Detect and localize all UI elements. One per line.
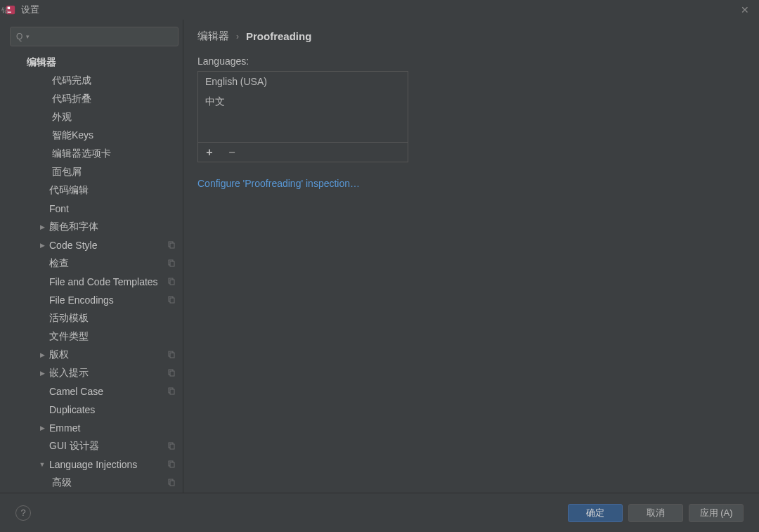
svg-rect-18: [170, 444, 174, 449]
tree-section-editor[interactable]: 编辑器: [10, 53, 183, 72]
tree-item-label: 编辑器选项卡: [52, 148, 176, 160]
window-title: 设置: [21, 4, 39, 16]
svg-rect-8: [170, 280, 174, 285]
tree-item-label: 智能Keys: [52, 129, 176, 142]
ok-button[interactable]: 确定: [568, 504, 623, 522]
tree-item[interactable]: ▶Emmet: [10, 419, 183, 437]
tree-item-label: Code Style: [49, 240, 167, 251]
tree-item-label: Font: [49, 203, 176, 214]
tree-item-label: Emmet: [49, 422, 176, 434]
tree-item[interactable]: 代码折叠: [10, 90, 183, 108]
project-scheme-icon: [167, 477, 176, 488]
configure-inspection-link[interactable]: Configure 'Proofreading' inspection…: [197, 178, 360, 189]
tree-item[interactable]: 编辑器选项卡: [10, 145, 183, 163]
svg-rect-6: [170, 261, 174, 266]
project-scheme-icon: [167, 441, 176, 452]
cancel-button[interactable]: 取消: [628, 504, 683, 522]
tree-item[interactable]: 代码完成: [10, 72, 183, 90]
tree-item[interactable]: ▶Code Style: [10, 236, 183, 254]
project-scheme-icon: [167, 258, 176, 269]
chevron-right-icon: ▶: [38, 223, 46, 231]
languages-toolbar: + −: [198, 142, 408, 162]
tree-item-label: 代码折叠: [52, 93, 176, 105]
tree-item[interactable]: ▶版权: [10, 346, 183, 364]
search-icon: Q: [16, 32, 22, 41]
search-icon-caret: ▾: [26, 33, 30, 40]
tree-item-label: 颜色和字体: [49, 221, 176, 233]
sidebar: Q▾ 编辑器 代码完成代码折叠外观智能Keys编辑器选项卡面包屑代码编辑Font…: [0, 20, 183, 493]
project-scheme-icon: [167, 459, 176, 470]
language-item[interactable]: English (USA): [198, 72, 408, 91]
tree-item-label: 文件类型: [49, 330, 176, 343]
chevron-right-icon: ▶: [38, 242, 46, 249]
svg-rect-22: [170, 481, 174, 486]
tree-item[interactable]: Camel Case: [10, 382, 183, 401]
tree-item-label: 代码完成: [52, 74, 176, 87]
help-button[interactable]: ?: [15, 505, 31, 521]
chevron-right-icon: ▶: [38, 351, 46, 358]
content-panel: 编辑器 › Proofreading Languages: English (U…: [183, 20, 759, 493]
remove-language-button[interactable]: −: [225, 146, 239, 159]
breadcrumb-current: Proofreading: [246, 30, 311, 42]
tree-item-label: Duplicates: [49, 404, 176, 415]
svg-rect-4: [170, 243, 174, 248]
tree-item-label: 版权: [49, 349, 167, 361]
breadcrumb: 编辑器 › Proofreading: [197, 30, 745, 43]
search-input[interactable]: Q▾: [10, 27, 179, 46]
tree-item[interactable]: File and Code Templates: [10, 273, 183, 291]
project-scheme-icon: [167, 240, 176, 251]
project-scheme-icon: [167, 276, 176, 287]
tree-item[interactable]: ▶颜色和字体: [10, 218, 183, 236]
language-item[interactable]: 中文: [198, 91, 408, 112]
svg-rect-14: [170, 371, 174, 376]
settings-tree[interactable]: 编辑器 代码完成代码折叠外观智能Keys编辑器选项卡面包屑代码编辑Font▶颜色…: [10, 53, 183, 493]
tree-item-label: 面包屑: [52, 166, 176, 179]
tree-item-label: 外观: [52, 111, 176, 124]
tree-item[interactable]: Duplicates: [10, 401, 183, 419]
tree-item[interactable]: 文件类型: [10, 327, 183, 346]
tree-item[interactable]: Font: [10, 200, 183, 218]
chevron-right-icon: ›: [236, 32, 239, 41]
tree-item-label: 高级: [52, 476, 167, 489]
close-icon: ✕: [741, 4, 749, 15]
tree-item[interactable]: File Encodings: [10, 291, 183, 309]
tree-item[interactable]: 代码编辑: [10, 181, 183, 200]
project-scheme-icon: [167, 294, 176, 306]
tree-item-label: 嵌入提示: [49, 367, 167, 379]
tree-item[interactable]: 高级: [10, 474, 183, 492]
tree-item[interactable]: 外观: [10, 108, 183, 126]
svg-rect-12: [170, 353, 174, 358]
project-scheme-icon: [167, 386, 176, 397]
breadcrumb-parent[interactable]: 编辑器: [197, 30, 229, 43]
chevron-right-icon: ▶: [38, 424, 46, 432]
svg-rect-16: [170, 389, 174, 394]
tree-item-label: Camel Case: [49, 386, 167, 397]
tree-item[interactable]: GUI 设计器: [10, 437, 183, 455]
help-icon: ?: [20, 507, 25, 518]
tree-item-label: File and Code Templates: [49, 276, 167, 287]
tree-item-label: 代码编辑: [49, 184, 176, 197]
tree-item-label: 检查: [49, 257, 167, 270]
languages-list: English (USA)中文 + −: [197, 71, 408, 162]
chevron-down-icon: ▼: [38, 461, 46, 468]
tree-item[interactable]: 智能Keys: [10, 126, 183, 145]
apply-button[interactable]: 应用 (A): [689, 504, 744, 522]
tree-item[interactable]: 检查: [10, 254, 183, 273]
tree-item[interactable]: ▼Language Injections: [10, 455, 183, 474]
tree-section-label: 编辑器: [27, 56, 176, 69]
tree-item[interactable]: 活动模板: [10, 309, 183, 327]
svg-rect-20: [170, 462, 174, 467]
chevron-right-icon: ▶: [38, 370, 46, 377]
tree-item[interactable]: 面包屑: [10, 163, 183, 181]
project-scheme-icon: [167, 368, 176, 379]
languages-label: Languages:: [197, 56, 745, 67]
title-bar: 设置 ✕: [0, 0, 759, 20]
tree-item-label: GUI 设计器: [49, 440, 167, 453]
project-scheme-icon: [167, 349, 176, 361]
tree-item[interactable]: ▶嵌入提示: [10, 364, 183, 382]
close-button[interactable]: ✕: [737, 1, 753, 18]
svg-rect-10: [170, 298, 174, 303]
bg-fragment: 钻: [1, 6, 8, 15]
footer: ? 确定 取消 应用 (A): [0, 493, 759, 532]
add-language-button[interactable]: +: [202, 146, 216, 159]
